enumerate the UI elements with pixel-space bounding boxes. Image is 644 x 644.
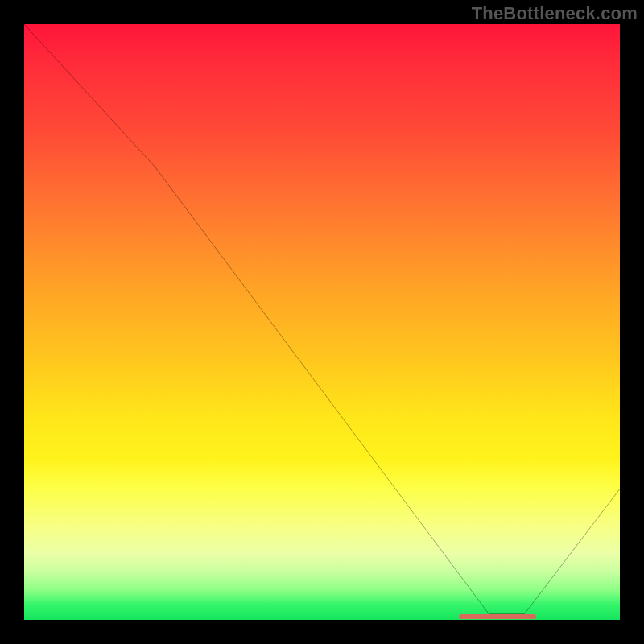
- chart-frame: TheBottleneck.com: [0, 0, 644, 644]
- optimum-marker: [459, 614, 536, 619]
- bottleneck-curve: [24, 24, 620, 620]
- watermark-text: TheBottleneck.com: [472, 3, 638, 24]
- plot-area: [24, 24, 620, 620]
- curve-path: [24, 24, 620, 614]
